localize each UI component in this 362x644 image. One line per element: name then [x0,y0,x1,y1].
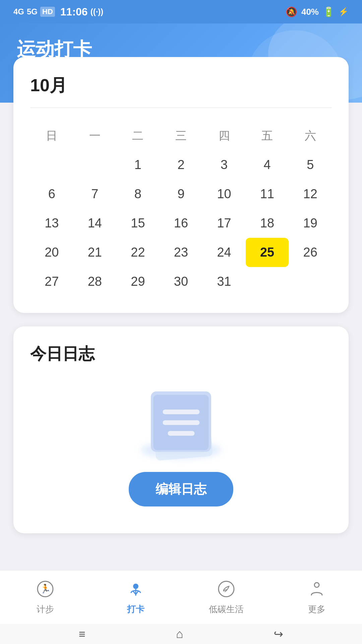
calendar-day-30[interactable]: 30 [160,267,203,296]
weekday-wed: 三 [160,121,203,150]
lowcarbon-icon [215,577,238,601]
calendar-day-8[interactable]: 8 [116,179,160,209]
checkin-icon [124,577,147,601]
network-indicator: 4G [13,7,24,16]
charging-icon: ⚡ [339,7,349,16]
status-left: 4G 5G HD 11:06 ((·)) [13,6,103,18]
network-5g: 5G [27,7,38,16]
nav-item-steps[interactable]: 🏃 计步 [0,577,90,615]
edit-journal-button[interactable]: 编辑日志 [129,472,233,506]
steps-label: 计步 [37,603,54,615]
calendar-grid: 日 一 二 三 四 五 六 1 2 3 4 5 6 7 8 9 10 11 12… [30,121,332,296]
calendar-day-25-today[interactable]: 25 [246,238,289,267]
calendar-day-20[interactable]: 20 [30,238,73,267]
calendar-day-empty [246,267,289,296]
calendar-divider [30,107,332,108]
calendar-day-29[interactable]: 29 [116,267,160,296]
doc-line-1 [163,410,199,414]
svg-point-2 [133,584,138,589]
battery-icon: 🔋 [323,6,335,17]
journal-title: 今日日志 [30,343,332,365]
weekday-mon: 一 [73,121,117,150]
calendar-day-11[interactable]: 11 [246,179,289,209]
time-display: 11:06 [60,6,88,18]
calendar-day-15[interactable]: 15 [116,209,160,238]
home-nav-button[interactable]: ⌂ [176,627,183,641]
weekday-thu: 四 [202,121,246,150]
calendar-day-empty [289,267,332,296]
doc-paper-inner [154,395,209,450]
status-bar: 4G 5G HD 11:06 ((·)) 🔕 40% 🔋 ⚡ [0,0,362,23]
menu-nav-button[interactable]: ≡ [79,628,85,641]
calendar-day-5[interactable]: 5 [289,150,332,179]
weekday-fri: 五 [246,121,289,150]
nav-item-lowcarbon[interactable]: 低碳生活 [181,577,272,615]
calendar-day-2[interactable]: 2 [160,150,203,179]
calendar-day-31[interactable]: 31 [202,267,246,296]
nav-item-checkin[interactable]: 打卡 [90,577,181,615]
svg-point-7 [314,583,319,587]
journal-card: 今日日志 编辑日志 [13,326,349,533]
steps-icon: 🏃 [34,577,57,601]
calendar-month: 10月 [30,74,332,97]
back-nav-button[interactable]: ↩ [274,627,283,641]
checkin-label: 打卡 [127,603,144,615]
nav-item-more[interactable]: 更多 [272,577,362,615]
calendar-day-22[interactable]: 22 [116,238,160,267]
calendar-day-19[interactable]: 19 [289,209,332,238]
lowcarbon-label: 低碳生活 [209,603,244,615]
weekday-tue: 二 [116,121,160,150]
calendar-day-4[interactable]: 4 [246,150,289,179]
status-right: 🔕 40% 🔋 ⚡ [286,6,349,17]
calendar-day-18[interactable]: 18 [246,209,289,238]
more-label: 更多 [308,603,325,615]
calendar-day-27[interactable]: 27 [30,267,73,296]
calendar-day-10[interactable]: 10 [202,179,246,209]
doc-line-3 [168,431,194,436]
calendar-day-3[interactable]: 3 [202,150,246,179]
bottom-navigation: 🏃 计步 打卡 低碳生活 [0,570,362,624]
weekday-sat: 六 [289,121,332,150]
calendar-day-23[interactable]: 23 [160,238,203,267]
calendar-day-24[interactable]: 24 [202,238,246,267]
bell-mute-icon: 🔕 [286,6,297,17]
calendar-day-28[interactable]: 28 [73,267,117,296]
calendar-day-1[interactable]: 1 [116,150,160,179]
main-content: 10月 日 一 二 三 四 五 六 1 2 3 4 5 6 7 8 9 10 1… [0,57,362,570]
calendar-day-21[interactable]: 21 [73,238,117,267]
calendar-day-7[interactable]: 7 [73,179,117,209]
calendar-day-6[interactable]: 6 [30,179,73,209]
doc-paper-main [151,391,211,452]
svg-point-6 [219,581,234,597]
more-icon [305,577,328,601]
calendar-card: 10月 日 一 二 三 四 五 六 1 2 3 4 5 6 7 8 9 10 1… [13,57,349,313]
journal-icon-area: 编辑日志 [30,378,332,517]
calendar-day-12[interactable]: 12 [289,179,332,209]
calendar-day-empty [73,150,117,179]
calendar-day-17[interactable]: 17 [202,209,246,238]
calendar-day-14[interactable]: 14 [73,209,117,238]
calendar-day-empty [30,150,73,179]
calendar-day-16[interactable]: 16 [160,209,203,238]
journal-document-icon [144,391,218,459]
doc-line-2 [163,420,199,425]
battery-percent: 40% [301,7,319,17]
calendar-day-26[interactable]: 26 [289,238,332,267]
calendar-day-13[interactable]: 13 [30,209,73,238]
hd-indicator: HD [40,7,55,17]
weekday-sun: 日 [30,121,73,150]
calendar-day-9[interactable]: 9 [160,179,203,209]
svg-text:🏃: 🏃 [40,583,51,594]
wifi-icon: ((·)) [90,7,104,16]
